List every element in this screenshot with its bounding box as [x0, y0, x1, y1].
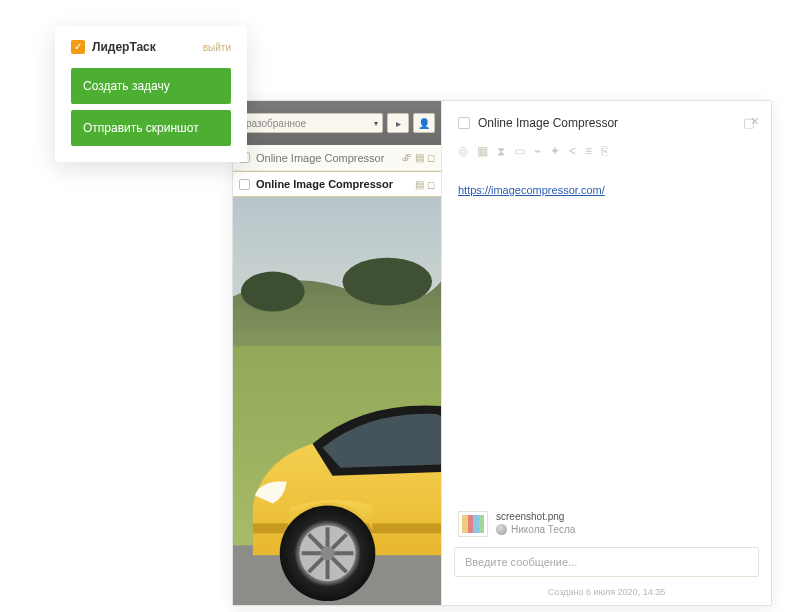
paperclip-icon: 🖇: [402, 152, 412, 163]
app-window: разобранное ▾ ▸ 👤 Online Image Compresso…: [232, 100, 772, 606]
task-row[interactable]: Online Image Compressor ▤ ◻: [233, 171, 441, 197]
toolbar-user-button[interactable]: 👤: [413, 113, 435, 133]
send-screenshot-button[interactable]: Отправить скриншот: [71, 110, 231, 146]
logout-link[interactable]: выйти: [203, 42, 231, 53]
attachment-author: Никола Тесла: [496, 524, 575, 535]
hourglass-icon[interactable]: ⧗: [497, 144, 505, 158]
share-icon[interactable]: <: [569, 144, 576, 158]
task-link[interactable]: https://imagecompressor.com/: [458, 184, 605, 196]
bookmark-icon: ◻: [427, 152, 435, 163]
note-icon: ▤: [415, 179, 424, 190]
note-icon: ▤: [415, 152, 424, 163]
play-icon: ▸: [396, 118, 401, 129]
task-title: Online Image Compressor: [256, 152, 396, 164]
flag-icon[interactable]: ▭: [514, 144, 525, 158]
task-checkbox[interactable]: [239, 179, 250, 190]
svg-point-2: [342, 258, 432, 306]
created-timestamp: Создано 6 июля 2020, 14:35: [442, 587, 771, 605]
chevron-down-icon: ▾: [374, 119, 378, 128]
detail-checkbox[interactable]: [458, 117, 470, 129]
detail-body: https://imagecompressor.com/: [442, 166, 771, 505]
svg-point-1: [241, 272, 305, 312]
category-dropdown[interactable]: разобранное ▾: [239, 113, 383, 133]
svg-point-12: [321, 546, 335, 560]
create-task-button[interactable]: Создать задачу: [71, 68, 231, 104]
attachment-thumbnail: [458, 511, 488, 537]
attachment-icon[interactable]: ⎘: [601, 144, 608, 158]
calendar-icon[interactable]: ▦: [477, 144, 488, 158]
bookmark-icon: ◻: [427, 179, 435, 190]
brand: ЛидерТаск: [71, 40, 156, 54]
attachment-filename: screenshot.png: [496, 511, 575, 522]
pin-icon[interactable]: ✦: [550, 144, 560, 158]
detail-title: Online Image Compressor: [478, 116, 735, 130]
task-row[interactable]: Online Image Compressor 🖇 ▤ ◻: [233, 145, 441, 171]
attachment-row[interactable]: screenshot.png Никола Тесла: [442, 505, 771, 547]
task-list: Online Image Compressor 🖇 ▤ ◻ Online Ima…: [233, 145, 441, 197]
toolbar: разобранное ▾ ▸ 👤: [233, 101, 441, 145]
brand-logo-icon: [71, 40, 85, 54]
brand-name: ЛидерТаск: [92, 40, 156, 54]
list-icon[interactable]: ≡: [585, 144, 592, 158]
detail-pane: × Online Image Compressor ▢ ◎ ▦ ⧗ ▭ ⌁ ✦ …: [442, 101, 771, 605]
detail-meta-icons: ◎ ▦ ⧗ ▭ ⌁ ✦ < ≡ ⎘: [458, 144, 755, 158]
toolbar-play-button[interactable]: ▸: [387, 113, 409, 133]
attachment-meta: screenshot.png Никола Тесла: [496, 511, 575, 535]
task-row-icons: ▤ ◻: [415, 179, 435, 190]
close-icon[interactable]: ×: [751, 113, 759, 129]
dropdown-label: разобранное: [246, 118, 306, 129]
popup-header: ЛидерТаск выйти: [71, 40, 231, 54]
message-input[interactable]: Введите сообщение...: [454, 547, 759, 577]
extension-popup: ЛидерТаск выйти Создать задачу Отправить…: [55, 26, 247, 162]
detail-title-row: Online Image Compressor ▢: [458, 115, 755, 130]
avatar-icon: [496, 524, 507, 535]
screenshot-preview: [233, 197, 441, 605]
task-row-icons: 🖇 ▤ ◻: [402, 152, 435, 163]
user-icon: 👤: [418, 118, 430, 129]
left-pane: разобранное ▾ ▸ 👤 Online Image Compresso…: [233, 101, 442, 605]
detail-header: × Online Image Compressor ▢ ◎ ▦ ⧗ ▭ ⌁ ✦ …: [442, 101, 771, 166]
tag-icon[interactable]: ⌁: [534, 144, 541, 158]
attachment-author-name: Никола Тесла: [511, 524, 575, 535]
thumbnail-icon: [462, 515, 484, 533]
task-title: Online Image Compressor: [256, 178, 409, 190]
user-icon[interactable]: ◎: [458, 144, 468, 158]
